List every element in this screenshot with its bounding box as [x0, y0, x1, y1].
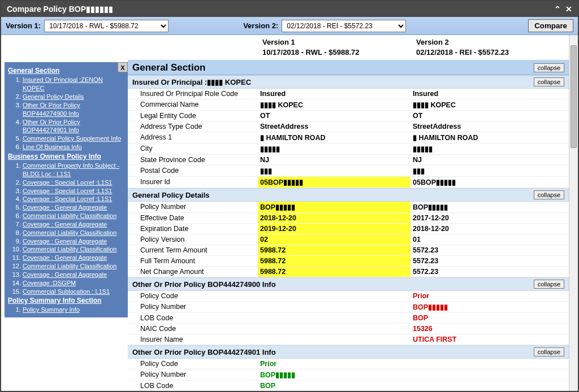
row-value-v2: 01	[411, 234, 569, 245]
collapse-button[interactable]: collapse	[534, 280, 564, 289]
sidebar-section-title[interactable]: Policy Summary Info Section	[8, 297, 124, 304]
sidebar-item[interactable]: Other Or Prior Policy BOP444274901 Info	[23, 118, 124, 135]
row-value-v2: 5572.23	[411, 267, 569, 277]
minimize-icon[interactable]: ⌃	[554, 5, 561, 14]
sidebar-item[interactable]: Commercial Policy Supplement Info	[23, 134, 124, 143]
data-row: Insurer NameUTICA FIRST	[128, 334, 569, 345]
sidebar-item[interactable]: Commercial Liability Classification	[23, 212, 124, 220]
sidebar-item[interactable]: Coverage : General Aggregate	[23, 254, 124, 262]
version2-label: Version 2:	[243, 21, 278, 30]
titlebar: Compare Policy BOP▮▮▮▮▮▮ ⌃ ✕	[1, 1, 578, 17]
row-value-v1: Prior	[258, 359, 411, 369]
sidebar-item[interactable]: Commercial Liability Classification	[23, 229, 124, 237]
sidebar-item[interactable]: Coverage : Special Locref :L1S1	[23, 187, 124, 195]
row-label: Policy Number	[128, 369, 258, 380]
row-label: Policy Code	[128, 291, 258, 301]
sidebar-item[interactable]: Coverage :DSGPM	[23, 279, 124, 288]
sidebar-item[interactable]: Commercial Sublocation : L1S1	[23, 288, 124, 296]
row-value-v1: BOP▮▮▮▮▮	[258, 369, 411, 380]
collapse-button[interactable]: collapse	[534, 190, 564, 199]
sidebar-item[interactable]: Coverage : Special Locref :L1S1	[23, 195, 124, 203]
row-label: Full Term Amount	[128, 256, 258, 266]
sidebar-item[interactable]: Coverage : General Aggregate	[23, 271, 124, 279]
details-panel: General Section collapse Insured Or Prin…	[128, 60, 569, 391]
policy-details-header: General Policy Details collapse	[128, 188, 569, 202]
sidebar-item[interactable]: Coverage : Special Locref :L1S1	[23, 178, 124, 187]
row-value-v2: ▮▮▮▮ KOPEC	[411, 99, 569, 110]
row-value-v1: StreetAddress	[258, 121, 411, 132]
sidebar-close-icon[interactable]: X	[118, 62, 128, 72]
row-label: Postal Code	[128, 165, 258, 176]
data-row: Policy CodePrior	[128, 291, 569, 302]
v2-header-title: Version 2	[416, 37, 569, 47]
window-title: Compare Policy BOP▮▮▮▮▮▮	[7, 5, 554, 14]
compare-policy-window: Compare Policy BOP▮▮▮▮▮▮ ⌃ ✕ Version 1: …	[0, 0, 579, 392]
version-toolbar: Version 1: 10/17/2018 - RWL - $5988.72 V…	[1, 17, 578, 35]
close-icon[interactable]: ✕	[565, 5, 572, 14]
row-value-v2: NJ	[411, 155, 569, 165]
row-label: NAIC Code	[128, 324, 258, 334]
sidebar-item[interactable]: Coverage : General Aggregate	[23, 237, 124, 246]
sidebar-item[interactable]: Commercial Liability Classification	[23, 245, 124, 254]
v1-header-title: Version 1	[262, 37, 415, 47]
row-value-v1: ▮▮▮▮ KOPEC	[258, 99, 411, 110]
v1-header-sub: 10/17/2018 - RWL - $5988.72	[262, 47, 415, 58]
data-row: Policy NumberBOP▮▮▮▮▮	[128, 302, 569, 313]
data-row: Effective Date2018-12-202017-12-20	[128, 213, 569, 224]
row-value-v2: OT	[411, 111, 569, 121]
row-label: Insured Or Principal Role Code	[128, 89, 258, 99]
collapse-button[interactable]: collapse	[534, 77, 564, 86]
row-value-v1: ▮▮▮▮▮	[258, 143, 411, 154]
row-label: Policy Version	[128, 234, 258, 245]
row-label: Policy Code	[128, 359, 258, 369]
row-value-v2: 5572.23	[411, 245, 569, 255]
collapse-button[interactable]: collapse	[534, 347, 564, 356]
vertical-scrollbar[interactable]	[569, 35, 578, 391]
sidebar-item[interactable]: Commercial Liability Classification	[23, 262, 124, 271]
sidebar-item[interactable]: Insured Or Principal :ZENON KOPEC	[23, 76, 124, 93]
data-row: Insured Or Principal Role CodeInsuredIns…	[128, 89, 569, 99]
version1-select[interactable]: 10/17/2018 - RWL - $5988.72	[44, 20, 168, 32]
sidebar-item[interactable]: Coverage : General Aggregate	[23, 220, 124, 229]
row-value-v2: ▮▮▮▮▮	[411, 143, 569, 154]
sidebar-item[interactable]: Coverage : General Aggregate	[23, 203, 124, 212]
row-value-v1: 2018-12-20	[258, 213, 411, 223]
row-value-v1: 2019-12-20	[258, 224, 411, 234]
sidebar-item[interactable]: Policy Summary Info	[23, 306, 124, 314]
sidebar-section-title[interactable]: General Section	[8, 67, 124, 75]
version2-select[interactable]: 02/12/2018 - REI - $5572.23	[282, 20, 406, 32]
sidebar-item[interactable]: Other Or Prior Policy BOP444274900 Info	[23, 101, 124, 118]
sidebar-section-title[interactable]: Business Owners Policy Info	[8, 153, 124, 160]
row-label: Expiration Date	[128, 224, 258, 234]
data-row: Net Change Amount5988.725572.23	[128, 267, 569, 277]
general-section-header: General Section collapse	[128, 60, 569, 75]
row-value-v2: Prior	[411, 291, 569, 301]
data-row: Policy NumberBOP▮▮▮▮▮	[128, 369, 569, 381]
data-row: LOB CodeBOP	[128, 381, 569, 391]
collapse-button[interactable]: collapse	[534, 63, 564, 72]
v2-header-sub: 02/12/2018 - REI - $5572.23	[416, 47, 569, 58]
row-value-v1: 5988.72	[258, 245, 411, 255]
row-value-v1: ▮ HAMILTON ROAD	[258, 132, 411, 143]
row-label: Legal Entity Code	[128, 111, 258, 121]
sidebar-item[interactable]: Commercial Property Info Subject -BLDG L…	[23, 162, 124, 178]
row-value-v2: 2018-12-20	[411, 224, 569, 234]
prior900-header: Other Or Prior Policy BOP444274900 Info …	[128, 277, 569, 291]
row-value-v2: BOP	[411, 313, 569, 323]
row-value-v1	[258, 334, 411, 345]
row-value-v2: 5572.23	[411, 256, 569, 266]
nav-sidebar: X General SectionInsured Or Principal :Z…	[5, 62, 128, 317]
row-label: Net Change Amount	[128, 267, 258, 277]
data-row: Policy NumberBOP▮▮▮▮▮BOP▮▮▮▮▮	[128, 202, 569, 213]
prior901-header: Other Or Prior Policy BOP444274901 Info …	[128, 345, 569, 359]
data-row: Address Type CodeStreetAddressStreetAddr…	[128, 121, 569, 132]
row-value-v1	[258, 291, 411, 301]
sidebar-item[interactable]: General Policy Details	[23, 93, 124, 101]
compare-button[interactable]: Compare	[528, 19, 573, 32]
row-value-v2: Insured	[411, 89, 569, 99]
data-row: Expiration Date2019-12-202018-12-20	[128, 224, 569, 234]
row-value-v2	[411, 369, 569, 380]
row-label: State Province Code	[128, 155, 258, 165]
row-value-v2: 15326	[411, 324, 569, 334]
sidebar-item[interactable]: Line Of Business Info	[23, 143, 124, 151]
